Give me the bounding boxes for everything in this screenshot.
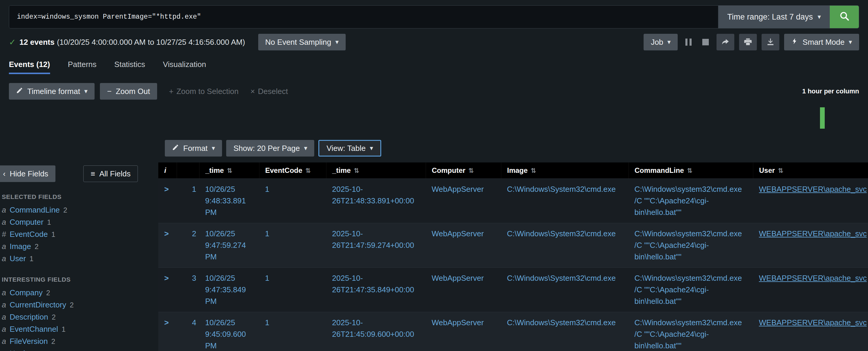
- sort-icon[interactable]: ⇅: [778, 167, 783, 174]
- zoom-out-button[interactable]: − Zoom Out: [100, 83, 157, 100]
- cell-time-iso[interactable]: 2025-10-26T21:47:59.274+00:00: [326, 223, 426, 267]
- expand-row-icon[interactable]: >: [158, 267, 177, 312]
- cell-time-iso[interactable]: 2025-10-26T21:47:35.849+00:00: [326, 267, 426, 312]
- stop-job-icon[interactable]: [702, 39, 709, 45]
- field-name: FileVersion: [9, 337, 48, 346]
- expand-row-icon[interactable]: >: [158, 312, 177, 351]
- field-item-user[interactable]: a User 1: [0, 253, 158, 265]
- cell-commandline[interactable]: C:\Windows\system32\cmd.exe /C ""C:\Apac…: [628, 312, 753, 351]
- column-label: User: [759, 166, 775, 174]
- timeline-format-dropdown[interactable]: Timeline format ▾: [9, 83, 95, 100]
- column-header-eventcode[interactable]: EventCode⇅: [259, 162, 326, 179]
- search-input[interactable]: [9, 6, 718, 28]
- expand-row-icon[interactable]: >: [158, 223, 177, 267]
- cell-eventcode[interactable]: 1: [259, 179, 326, 223]
- field-item-eventchannel[interactable]: a EventChannel 1: [0, 323, 158, 335]
- row-number: 4: [177, 312, 199, 351]
- event-timeline-chart[interactable]: [0, 103, 868, 132]
- field-item-commandline[interactable]: a CommandLine 2: [0, 204, 158, 216]
- cell-computer[interactable]: WebAppServer: [426, 267, 501, 312]
- sort-icon[interactable]: ⇅: [227, 167, 232, 174]
- cell-commandline[interactable]: C:\Windows\system32\cmd.exe /C ""C:\Apac…: [628, 267, 753, 312]
- search-button[interactable]: [830, 6, 859, 28]
- cell-user[interactable]: WEBAPPSERVER\apache_svc: [753, 223, 868, 267]
- caret-down-icon: ▾: [335, 38, 339, 46]
- event-sampling-dropdown[interactable]: No Event Sampling ▾: [258, 34, 346, 51]
- time-range-picker[interactable]: Time range: Last 7 days ▾: [718, 6, 830, 28]
- export-button[interactable]: [762, 34, 779, 51]
- cell-eventcode[interactable]: 1: [259, 223, 326, 267]
- cell-image[interactable]: C:\Windows\System32\cmd.exe: [501, 223, 628, 267]
- cell-commandline[interactable]: C:\Windows\system32\cmd.exe /C ""C:\Apac…: [628, 223, 753, 267]
- cell-time[interactable]: 10/26/25 9:48:33.891 PM: [199, 179, 259, 223]
- tab-events[interactable]: Events (12): [9, 60, 50, 74]
- chevron-left-icon: ‹: [3, 169, 6, 179]
- table-row: > 2 10/26/25 9:47:59.274 PM 1 2025-10-26…: [158, 223, 868, 267]
- cell-time[interactable]: 10/26/25 9:47:59.274 PM: [199, 223, 259, 267]
- cell-commandline[interactable]: C:\Windows\system32\cmd.exe /C ""C:\Apac…: [628, 179, 753, 223]
- field-name: Hashes: [9, 349, 36, 351]
- caret-down-icon: ▾: [84, 88, 88, 95]
- field-item-fileversion[interactable]: a FileVersion 2: [0, 335, 158, 347]
- tab-statistics[interactable]: Statistics: [115, 60, 145, 74]
- sort-icon[interactable]: ⇅: [305, 167, 311, 174]
- tab-patterns[interactable]: Patterns: [68, 60, 97, 74]
- sort-icon[interactable]: ⇅: [468, 167, 474, 174]
- cell-time[interactable]: 10/26/25 9:47:35.849 PM: [199, 267, 259, 312]
- field-item-currentdirectory[interactable]: a CurrentDirectory 2: [0, 299, 158, 311]
- cell-user[interactable]: WEBAPPSERVER\apache_svc: [753, 267, 868, 312]
- view-dropdown[interactable]: View: Table ▾: [318, 140, 381, 157]
- deselect-button[interactable]: × Deselect: [250, 87, 288, 96]
- cell-user[interactable]: WEBAPPSERVER\apache_svc: [753, 312, 868, 351]
- search-mode-dropdown[interactable]: Smart Mode ▾: [784, 34, 859, 51]
- field-item-hashes[interactable]: a Hashes 2: [0, 347, 158, 351]
- field-item-description[interactable]: a Description 2: [0, 311, 158, 323]
- format-brush-icon: [16, 87, 23, 96]
- cell-eventcode[interactable]: 1: [259, 267, 326, 312]
- row-number: 3: [177, 267, 199, 312]
- column-header-commandline[interactable]: CommandLine⇅: [628, 162, 753, 179]
- expand-row-icon[interactable]: >: [158, 179, 177, 223]
- per-page-dropdown[interactable]: Show: 20 Per Page ▾: [226, 140, 314, 157]
- column-header-time-iso[interactable]: _time⇅: [326, 162, 426, 179]
- field-item-image[interactable]: a Image 2: [0, 241, 158, 253]
- hide-fields-button[interactable]: ‹ Hide Fields: [0, 165, 56, 182]
- cell-time-iso[interactable]: 2025-10-26T21:48:33.891+00:00: [326, 179, 426, 223]
- cell-time-iso[interactable]: 2025-10-26T21:45:09.600+00:00: [326, 312, 426, 351]
- results-tabs: Events (12) Patterns Statistics Visualiz…: [0, 60, 868, 74]
- field-item-eventcode[interactable]: # EventCode 1: [0, 228, 158, 241]
- sort-icon[interactable]: ⇅: [687, 167, 692, 174]
- cell-computer[interactable]: WebAppServer: [426, 312, 501, 351]
- column-header-user[interactable]: User⇅: [753, 162, 868, 179]
- job-dropdown[interactable]: Job ▾: [644, 34, 678, 51]
- share-job-button[interactable]: [716, 34, 734, 51]
- per-page-label: Show: 20 Per Page: [233, 144, 300, 153]
- cell-computer[interactable]: WebAppServer: [426, 223, 501, 267]
- sort-icon[interactable]: ⇅: [531, 167, 536, 174]
- print-button[interactable]: [739, 34, 757, 51]
- cell-user[interactable]: WEBAPPSERVER\apache_svc: [753, 179, 868, 223]
- timeline-histogram-bar[interactable]: [820, 107, 825, 129]
- column-header-image[interactable]: Image⇅: [501, 162, 628, 179]
- sort-icon[interactable]: ⇅: [354, 167, 359, 174]
- cell-image[interactable]: C:\Windows\System32\cmd.exe: [501, 312, 628, 351]
- field-item-computer[interactable]: a Computer 1: [0, 216, 158, 228]
- cell-image[interactable]: C:\Windows\System32\cmd.exe: [501, 179, 628, 223]
- tab-visualization[interactable]: Visualization: [163, 60, 206, 74]
- all-fields-button[interactable]: ≡ All Fields: [83, 165, 138, 182]
- search-mode-label: Smart Mode: [803, 38, 844, 47]
- cell-computer[interactable]: WebAppServer: [426, 179, 501, 223]
- cell-eventcode[interactable]: 1: [259, 312, 326, 351]
- field-item-company[interactable]: a Company 2: [0, 287, 158, 299]
- cell-time[interactable]: 10/26/25 9:45:09.600 PM: [199, 312, 259, 351]
- format-dropdown[interactable]: Format ▾: [165, 140, 222, 157]
- cell-image[interactable]: C:\Windows\System32\cmd.exe: [501, 267, 628, 312]
- zoom-to-selection-button[interactable]: + Zoom to Selection: [169, 87, 239, 96]
- column-header-time[interactable]: _time⇅: [199, 162, 259, 179]
- events-time-range: (10/20/25 4:00:00.000 AM to 10/27/25 4:1…: [57, 38, 245, 47]
- column-label: Computer: [432, 166, 465, 174]
- view-label: View: Table: [327, 144, 366, 153]
- column-header-computer[interactable]: Computer⇅: [426, 162, 501, 179]
- field-count: 2: [70, 301, 73, 309]
- pause-job-icon[interactable]: [682, 38, 694, 46]
